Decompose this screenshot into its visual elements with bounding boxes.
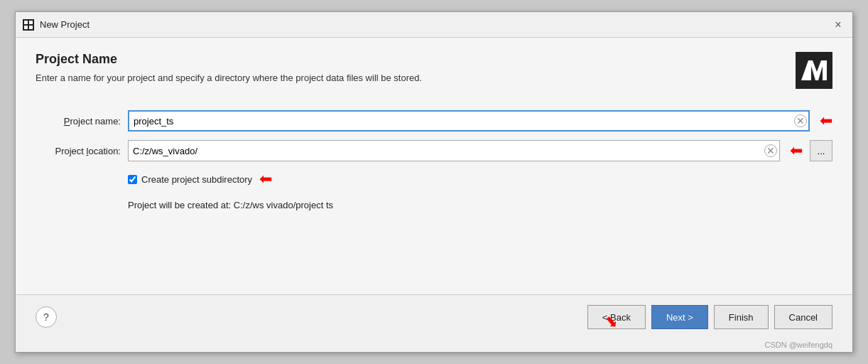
project-path-display: Project will be created at: C:/z/ws viva…: [128, 200, 832, 210]
title-bar: New Project ×: [16, 12, 852, 38]
svg-rect-2: [24, 26, 28, 29]
project-location-input[interactable]: [128, 140, 780, 161]
project-path-text: Project will be created at: C:/z/ws viva…: [128, 200, 333, 210]
cancel-button[interactable]: Cancel: [774, 305, 832, 329]
svg-rect-0: [24, 21, 28, 24]
svg-marker-4: [801, 60, 827, 80]
watermark: CSDN @weifengdq: [16, 339, 852, 352]
next-button[interactable]: Next >: [651, 305, 708, 329]
project-name-input[interactable]: [128, 110, 810, 132]
form-section: Project name: ✕ ⬅ Project location: ✕: [36, 110, 832, 210]
create-subdir-row: Create project subdirectory ⬅: [128, 170, 832, 188]
arrow-annotation-1: ⬅: [820, 112, 832, 130]
footer-left: ?: [36, 306, 57, 328]
dialog-content: Project Name Enter a name for your proje…: [16, 38, 852, 210]
finish-button[interactable]: Finish: [714, 305, 769, 329]
amd-logo: [796, 52, 832, 89]
dialog-footer: ? < Back Next > Finish Cancel: [16, 294, 852, 339]
project-name-clear-button[interactable]: ✕: [794, 114, 807, 127]
arrow-annotation-2: ⬅: [790, 141, 803, 160]
create-subdir-label: Create project subdirectory: [141, 174, 252, 185]
project-name-row: Project name: ✕ ⬅: [36, 110, 832, 132]
section-subtitle: Enter a name for your project and specif…: [36, 73, 422, 83]
arrow-annotation-3: ⬅: [259, 170, 272, 188]
browse-button[interactable]: ...: [810, 140, 832, 161]
header-text: Project Name Enter a name for your proje…: [36, 52, 422, 83]
title-bar-left: New Project: [23, 19, 89, 31]
project-location-input-wrapper: ✕: [128, 140, 780, 161]
section-title: Project Name: [36, 52, 422, 67]
create-subdir-checkbox[interactable]: [128, 175, 137, 184]
header-section: Project Name Enter a name for your proje…: [36, 52, 832, 89]
project-location-clear-button[interactable]: ✕: [764, 144, 777, 157]
dialog-title: New Project: [40, 19, 89, 30]
app-icon: [23, 19, 34, 31]
svg-rect-3: [29, 26, 33, 29]
svg-rect-1: [29, 21, 33, 24]
footer-right: < Back Next > Finish Cancel: [587, 305, 832, 329]
spacer: [16, 210, 852, 294]
close-button[interactable]: ×: [831, 18, 845, 32]
project-name-label: Project name:: [36, 116, 121, 127]
project-name-input-wrapper: ✕: [128, 110, 810, 132]
project-location-label: Project location:: [36, 146, 121, 156]
help-button[interactable]: ?: [36, 306, 57, 328]
new-project-dialog: New Project × Project Name Enter a name …: [15, 11, 853, 353]
project-location-row: Project location: ✕ ⬅ ...: [36, 140, 832, 161]
